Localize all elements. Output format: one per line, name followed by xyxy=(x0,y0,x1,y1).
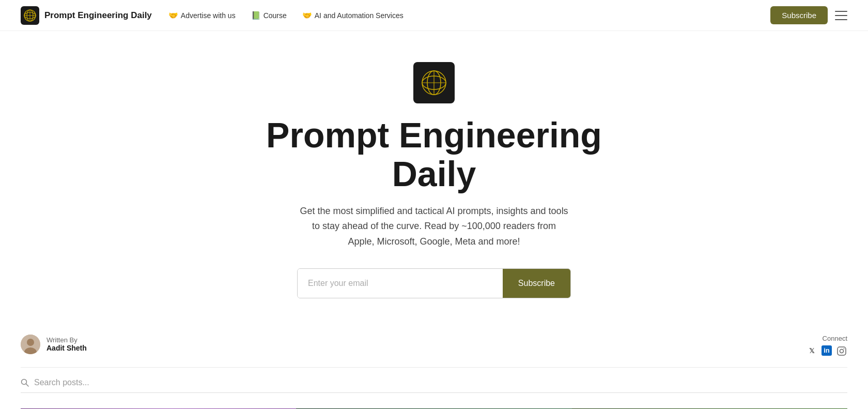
search-input[interactable] xyxy=(34,378,241,387)
advertise-emoji: 🤝 xyxy=(168,11,178,20)
subscribe-button-hero[interactable]: Subscribe xyxy=(503,269,570,298)
brand-name: Prompt Engineering Daily xyxy=(44,10,152,21)
svg-rect-13 xyxy=(838,347,846,355)
search-section xyxy=(0,368,868,398)
menu-bar-3 xyxy=(835,19,847,20)
twitter-icon[interactable]: 𝕏 xyxy=(806,345,817,357)
svg-point-11 xyxy=(27,339,34,346)
search-icon xyxy=(21,378,29,387)
nav-link-ai-services[interactable]: 🤝 AI and Automation Services xyxy=(296,8,410,23)
navbar: Prompt Engineering Daily 🤝 Advertise wit… xyxy=(0,0,868,31)
instagram-icon[interactable] xyxy=(836,345,847,357)
subscribe-form: Subscribe xyxy=(297,268,571,298)
posts-grid xyxy=(0,398,868,409)
brand-link[interactable]: Prompt Engineering Daily xyxy=(21,6,152,25)
search-container xyxy=(21,378,847,393)
social-icons: 𝕏 in xyxy=(806,345,847,357)
connect-section: Connect 𝕏 in xyxy=(806,335,847,357)
course-emoji: 📗 xyxy=(251,11,261,20)
hero-description: Get the most simplified and tactical AI … xyxy=(300,204,568,250)
subscribe-button-nav[interactable]: Subscribe xyxy=(770,6,828,24)
hero-logo xyxy=(413,62,455,103)
menu-icon[interactable] xyxy=(835,11,847,20)
author-info: Written By Aadit Sheth xyxy=(21,335,87,354)
course-label: Course xyxy=(264,11,287,20)
brand-logo xyxy=(21,6,39,25)
svg-point-14 xyxy=(840,349,844,353)
navbar-left: Prompt Engineering Daily 🤝 Advertise wit… xyxy=(21,6,410,25)
hero-section: Prompt Engineering Daily Get the most si… xyxy=(0,31,868,324)
linkedin-icon[interactable]: in xyxy=(822,345,832,356)
nav-link-advertise[interactable]: 🤝 Advertise with us xyxy=(162,8,242,23)
advertise-label: Advertise with us xyxy=(181,11,236,20)
author-avatar xyxy=(21,335,40,354)
email-input[interactable] xyxy=(298,269,503,298)
menu-bar-1 xyxy=(835,11,847,12)
nav-link-course[interactable]: 📗 Course xyxy=(245,8,293,23)
hero-title: Prompt Engineering Daily xyxy=(253,116,615,193)
nav-links: 🤝 Advertise with us 📗 Course 🤝 AI and Au… xyxy=(162,8,410,23)
svg-point-15 xyxy=(844,348,845,349)
navbar-right: Subscribe xyxy=(770,6,847,24)
author-section: Written By Aadit Sheth Connect 𝕏 in xyxy=(0,324,868,367)
ai-services-emoji: 🤝 xyxy=(302,11,312,20)
written-by-label: Written By xyxy=(47,336,87,344)
author-text: Written By Aadit Sheth xyxy=(47,336,87,352)
connect-label: Connect xyxy=(823,335,847,342)
ai-services-label: AI and Automation Services xyxy=(315,11,404,20)
svg-line-17 xyxy=(26,384,29,386)
menu-bar-2 xyxy=(835,15,847,16)
author-name: Aadit Sheth xyxy=(47,344,87,352)
